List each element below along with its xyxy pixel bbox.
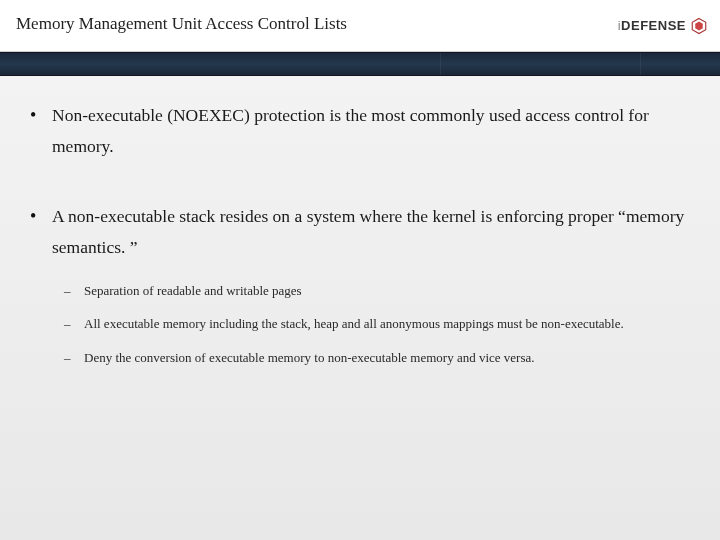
sub-list-item: All executable memory including the stac… — [52, 314, 690, 334]
slide-content: Non-executable (NOEXEC) protection is th… — [0, 76, 720, 427]
title-bar: Memory Management Unit Access Control Li… — [0, 0, 720, 52]
sub-list-item: Separation of readable and writable page… — [52, 281, 690, 301]
shield-hex-icon — [690, 17, 708, 35]
slide-title: Memory Management Unit Access Control Li… — [16, 14, 704, 34]
bullet-text: Non-executable (NOEXEC) protection is th… — [52, 105, 649, 156]
svg-marker-1 — [695, 21, 703, 30]
decorative-band — [0, 52, 720, 76]
sub-list-item: Deny the conversion of executable memory… — [52, 348, 690, 368]
brand-logo: iDEFENSE — [618, 17, 708, 35]
bullet-list: Non-executable (NOEXEC) protection is th… — [30, 100, 690, 367]
list-item: Non-executable (NOEXEC) protection is th… — [30, 100, 690, 161]
sub-bullet-list: Separation of readable and writable page… — [52, 281, 690, 368]
brand-logo-text: iDEFENSE — [618, 18, 686, 33]
bullet-text: A non-executable stack resides on a syst… — [52, 206, 684, 257]
list-item: A non-executable stack resides on a syst… — [30, 201, 690, 367]
